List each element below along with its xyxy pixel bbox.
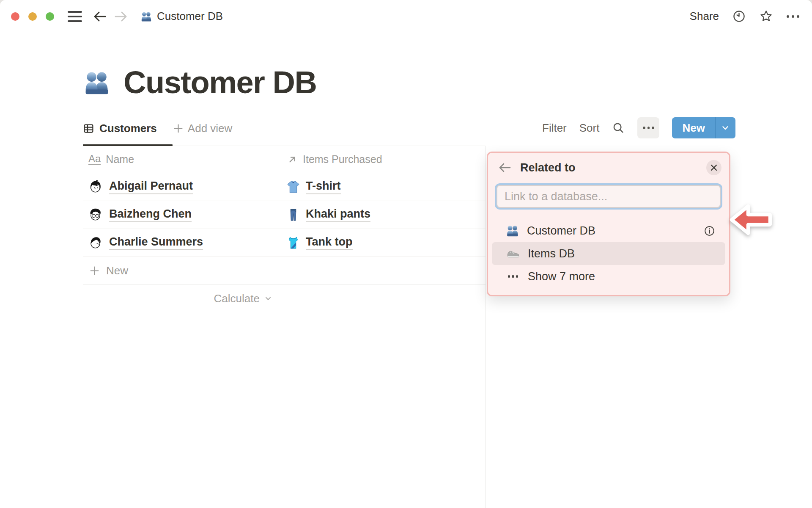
name-cell[interactable]: Charlie Summers [83, 229, 281, 257]
list-item-label: Customer DB [527, 224, 595, 237]
plus-icon [89, 265, 100, 276]
row-name-link[interactable]: Abigail Pernaut [109, 179, 193, 194]
table-view-icon [83, 123, 94, 134]
list-item-items-db[interactable]: Items DB [492, 242, 725, 265]
list-item-label: Items DB [528, 247, 575, 260]
zoom-window-button[interactable] [46, 12, 54, 21]
info-icon[interactable] [704, 225, 715, 237]
close-window-button[interactable] [11, 12, 19, 21]
people-icon [506, 224, 519, 237]
history-clock-icon[interactable] [732, 10, 746, 23]
show-more-dots-icon [506, 275, 520, 278]
plus-icon [173, 123, 184, 134]
database-list: Customer DB Items DB Show 7 more [492, 219, 725, 288]
tab-customers[interactable]: Customers [83, 122, 157, 135]
chevron-down-icon [263, 294, 273, 303]
table-right-border [486, 146, 486, 508]
related-to-popup: Related to Customer DB [487, 152, 730, 296]
row-item-link[interactable]: Tank top [306, 235, 353, 250]
calculate-label: Calculate [214, 292, 260, 305]
view-options-ellipsis-button[interactable] [637, 117, 659, 138]
name-cell[interactable]: Baizheng Chen [83, 201, 281, 229]
page-title-text: Customer DB [123, 64, 316, 100]
forward-arrow-icon[interactable] [114, 11, 128, 22]
table-row: Baizheng Chen Khaki pants [83, 201, 486, 229]
name-cell[interactable]: Abigail Pernaut [83, 173, 281, 201]
close-icon[interactable] [706, 160, 721, 175]
sneaker-icon [506, 246, 520, 261]
favorite-star-icon[interactable] [759, 9, 773, 23]
column-items-label: Items Purchased [303, 153, 382, 166]
items-cell[interactable]: T-shirt [281, 173, 486, 201]
popup-title: Related to [520, 161, 698, 174]
sidebar-menu-icon[interactable] [68, 11, 82, 22]
new-row-label: New [106, 264, 128, 277]
new-record-button[interactable]: New [672, 117, 735, 138]
new-button-label[interactable]: New [672, 117, 715, 138]
title-aa-icon: Aa [88, 154, 101, 165]
breadcrumb[interactable]: Customer DB [140, 10, 223, 23]
active-tab-underline [83, 144, 173, 146]
minimize-window-button[interactable] [28, 12, 37, 21]
popup-back-arrow-icon[interactable] [498, 162, 512, 174]
column-header-name[interactable]: Aa Name [83, 146, 281, 173]
tab-customers-label: Customers [99, 122, 157, 135]
abigail-avatar [88, 180, 102, 194]
show-more-label: Show 7 more [528, 270, 595, 283]
popup-header: Related to [488, 153, 729, 175]
list-item-customer-db[interactable]: Customer DB [492, 219, 725, 242]
share-button[interactable]: Share [690, 10, 719, 23]
link-database-search-input[interactable] [497, 185, 721, 208]
table-header-row: Aa Name Items Purchased [83, 146, 486, 173]
show-more-button[interactable]: Show 7 more [492, 265, 725, 288]
chevron-down-icon[interactable] [716, 117, 735, 138]
titlebar: Customer DB Share [0, 0, 812, 33]
people-icon [140, 11, 152, 22]
table-row: Charlie Summers Tank top [83, 229, 486, 257]
filter-button[interactable]: Filter [542, 121, 567, 135]
annotation-arrow-icon [728, 202, 772, 240]
notion-window: Customer DB Share Customer DB [0, 0, 812, 508]
items-cell[interactable]: Khaki pants [281, 201, 486, 229]
search-icon[interactable] [612, 121, 625, 134]
column-header-items-purchased[interactable]: Items Purchased [281, 146, 486, 173]
row-item-link[interactable]: T-shirt [306, 179, 341, 194]
calculate-dropdown[interactable]: Calculate [83, 285, 281, 312]
customers-table: Aa Name Items Purchased [83, 146, 486, 312]
add-view-label: Add view [188, 122, 233, 135]
traffic-lights [11, 12, 54, 21]
new-row-button[interactable]: New [83, 257, 486, 285]
row-name-link[interactable]: Baizheng Chen [109, 207, 192, 222]
add-view-button[interactable]: Add view [173, 122, 233, 135]
charlie-avatar [88, 236, 102, 250]
sort-button[interactable]: Sort [579, 121, 600, 135]
tshirt-icon [287, 180, 300, 193]
tanktop-icon [287, 236, 300, 249]
relation-arrow-icon [287, 154, 298, 165]
page-title: Customer DB [83, 64, 316, 100]
row-name-link[interactable]: Charlie Summers [109, 235, 203, 250]
breadcrumb-label: Customer DB [157, 10, 223, 23]
items-cell[interactable]: Tank top [281, 229, 486, 257]
back-arrow-icon[interactable] [93, 11, 107, 22]
people-icon [83, 69, 111, 97]
row-item-link[interactable]: Khaki pants [306, 207, 370, 222]
column-name-label: Name [106, 153, 134, 166]
more-ellipsis-icon[interactable] [787, 15, 799, 18]
table-row: Abigail Pernaut T-shirt [83, 173, 486, 201]
baizheng-avatar [88, 208, 102, 222]
jeans-icon [287, 208, 300, 221]
